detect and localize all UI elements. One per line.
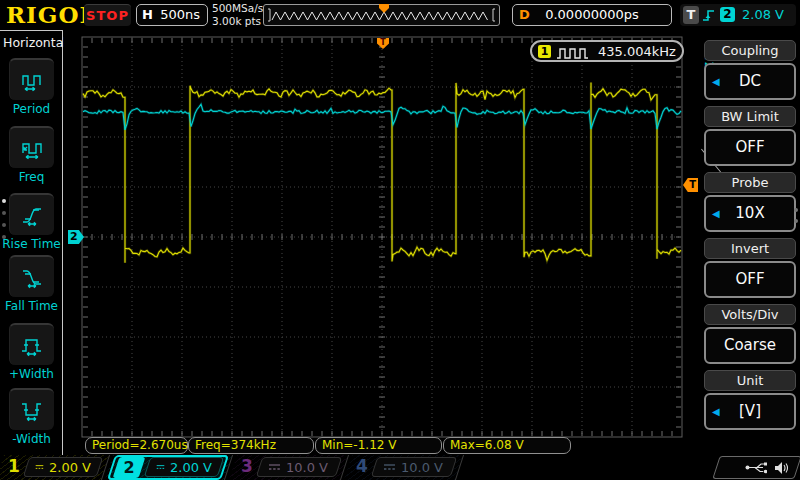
- measure-item-label: -Width: [0, 432, 63, 446]
- channel-scale-box: 10.0 V: [371, 457, 457, 477]
- memory-depth: 3.00k pts: [212, 15, 264, 28]
- select-arrow-icon: ◀: [712, 208, 720, 220]
- menu-item-label: Volts/Div: [704, 304, 796, 325]
- acquisition-info: 500MSa/s 3.00k pts: [212, 2, 264, 28]
- trigger-source-badge: 2: [720, 7, 735, 22]
- measure-item-label: Fall Time: [0, 299, 63, 313]
- measure-item-label: Rise Time: [0, 237, 63, 251]
- trigger-status-box[interactable]: T 2 2.08 V: [680, 4, 796, 26]
- menu-value-text: [V]: [739, 402, 761, 420]
- channel-scale-box: 10.0 V: [256, 457, 342, 477]
- top-status-bar: RIGOL STOP H 500ns 500MSa/s 3.00k pts D …: [0, 0, 800, 30]
- select-arrow-icon: ◀: [712, 76, 720, 88]
- channel-scale-value: 2.00 V: [170, 460, 212, 475]
- menu-item-label: Unit: [704, 370, 796, 391]
- channel-4-indicator[interactable]: 410.0 V: [348, 455, 460, 480]
- trigger-level-value: 2.08 V: [742, 7, 784, 22]
- measurement-readout: Period=2.670us: [85, 437, 188, 454]
- menu-item-value[interactable]: Coarse: [704, 327, 796, 364]
- waveform-record-preview[interactable]: [263, 4, 500, 26]
- usb-icon: [745, 461, 767, 474]
- channel-scale-value: 10.0 V: [286, 460, 328, 475]
- measure-item-freq[interactable]: Freq: [0, 126, 63, 184]
- measure-item--width[interactable]: +Width: [0, 323, 63, 381]
- menu-item-bw-limit[interactable]: BW LimitOFF: [704, 106, 796, 166]
- measure-sidebar-title: Horizontal: [3, 35, 67, 50]
- measure-button[interactable]: [9, 323, 54, 365]
- channel-menu-sidebar: CH2 Coupling◀DCBW LimitOFFProbe◀10XInver…: [700, 30, 800, 455]
- menu-value-text: 10X: [735, 204, 764, 222]
- left-menu-page-dot: [2, 199, 6, 203]
- pulse-train-icon: [556, 46, 592, 60]
- measurement-readout: Freq=374kHz: [188, 437, 314, 454]
- measure-button[interactable]: [9, 388, 54, 430]
- measure-sidebar: Horizontal PeriodFreqRise TimeFall Time+…: [0, 30, 63, 455]
- menu-value-text: OFF: [735, 138, 764, 156]
- horizontal-timebase-box[interactable]: H 500ns: [136, 4, 208, 26]
- menu-item-unit[interactable]: Unit◀[V]: [704, 370, 796, 430]
- measure-button[interactable]: [9, 126, 54, 168]
- fall-time-icon: [19, 265, 45, 289]
- channel-number: 1: [8, 456, 20, 476]
- measurement-readout: Max=6.08 V: [443, 437, 571, 454]
- measure-button[interactable]: [9, 255, 54, 297]
- menu-item-volts-div[interactable]: Volts/DivCoarse: [704, 304, 796, 364]
- channel-2-indicator[interactable]: 22.00 V: [109, 455, 229, 480]
- left-menu-page-dot: [2, 235, 6, 239]
- measure-item-label: +Width: [0, 367, 63, 381]
- measure-item--width[interactable]: -Width: [0, 388, 63, 446]
- minus-width-icon: [19, 398, 45, 422]
- frequency-counter-badge: 1 435.004kHz: [530, 40, 684, 62]
- measure-button[interactable]: [9, 193, 54, 235]
- channel-scale-value: 2.00 V: [49, 460, 91, 475]
- waveform-display-area[interactable]: [64, 30, 700, 455]
- menu-item-value[interactable]: ◀DC: [704, 63, 796, 100]
- measurement-readout: Min=-1.12 V: [315, 437, 442, 454]
- menu-item-coupling[interactable]: Coupling◀DC: [704, 40, 796, 100]
- channel-status-bar: 12.00 V22.00 V310.0 V410.0 V: [0, 455, 800, 480]
- measure-item-label: Period: [0, 102, 63, 116]
- menu-item-value[interactable]: OFF: [704, 129, 796, 166]
- channel-number-badge: 2: [113, 457, 146, 478]
- timebase-value: 500ns: [160, 7, 200, 22]
- horizontal-offset-value: 0.00000000ps: [513, 7, 671, 22]
- menu-value-text: DC: [739, 72, 761, 90]
- channel-number: 4: [356, 456, 368, 476]
- channel-scale-value: 10.0 V: [401, 460, 443, 475]
- menu-item-label: Invert: [704, 238, 796, 259]
- menu-item-value[interactable]: OFF: [704, 261, 796, 298]
- run-state-badge[interactable]: STOP: [84, 4, 131, 26]
- channel-1-indicator[interactable]: 12.00 V: [0, 455, 106, 480]
- menu-item-probe[interactable]: Probe◀10X: [704, 172, 796, 232]
- channel-number: 3: [241, 456, 253, 476]
- menu-item-value[interactable]: ◀10X: [704, 195, 796, 232]
- freq-icon: [19, 136, 45, 160]
- dc-coupling-icon: [268, 462, 281, 472]
- measure-item-fall-time[interactable]: Fall Time: [0, 255, 63, 313]
- menu-value-text: Coarse: [724, 336, 776, 354]
- menu-item-invert[interactable]: InvertOFF: [704, 238, 796, 298]
- measure-item-period[interactable]: Period: [0, 58, 63, 116]
- channel-3-indicator[interactable]: 310.0 V: [233, 455, 345, 480]
- left-menu-page-dot: [2, 223, 6, 227]
- measure-item-rise-time[interactable]: Rise Time: [0, 193, 63, 251]
- plus-width-icon: [19, 333, 45, 357]
- trigger-slope-rising-icon: [701, 7, 719, 23]
- horizontal-offset-box[interactable]: D 0.00000000ps: [512, 4, 672, 26]
- menu-item-value[interactable]: ◀[V]: [704, 393, 796, 430]
- t-label: T: [683, 6, 699, 24]
- right-menu-page-dot: [794, 208, 798, 212]
- sample-rate: 500MSa/s: [212, 2, 264, 15]
- system-status-zone: [712, 456, 800, 479]
- right-menu-page-dot: [794, 219, 798, 223]
- menu-value-text: OFF: [735, 270, 764, 288]
- counter-source-badge: 1: [538, 45, 551, 58]
- dc-coupling-icon: [156, 462, 165, 472]
- rise-time-icon: [19, 203, 45, 227]
- h-label: H: [142, 7, 153, 22]
- channel-scale-box: 2.00 V: [144, 457, 224, 477]
- measure-button[interactable]: [9, 58, 54, 100]
- channel-scale-box: 2.00 V: [23, 457, 103, 477]
- period-icon: [19, 68, 45, 92]
- counter-frequency-value: 435.004kHz: [598, 44, 676, 59]
